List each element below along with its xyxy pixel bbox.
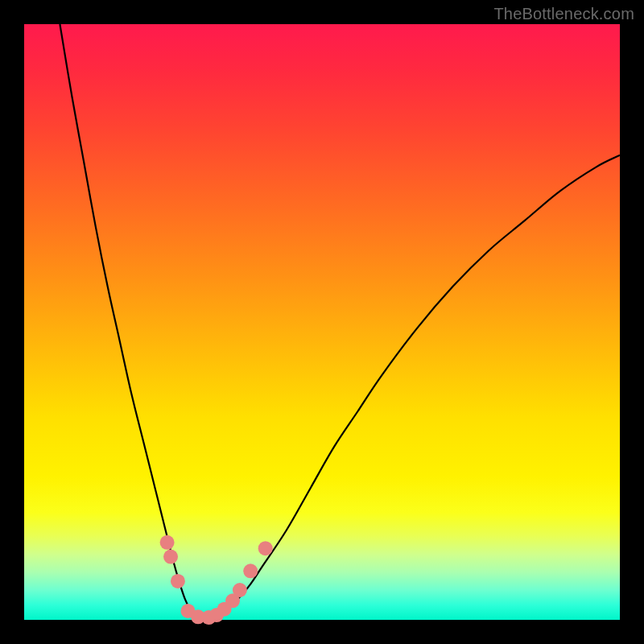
- curve-marker: [163, 550, 178, 564]
- curve-marker: [171, 574, 185, 588]
- watermark-label: TheBottleneck.com: [493, 5, 634, 23]
- curve-layer: [24, 24, 620, 620]
- plot-area: [24, 24, 620, 620]
- chart-frame: TheBottleneck.com: [0, 0, 644, 644]
- curve-marker: [258, 541, 273, 555]
- curve-marker: [233, 583, 247, 597]
- curve-marker: [160, 535, 175, 550]
- curve-left-lobe: [60, 24, 203, 620]
- curve-marker: [243, 564, 258, 578]
- marker-group: [160, 535, 273, 625]
